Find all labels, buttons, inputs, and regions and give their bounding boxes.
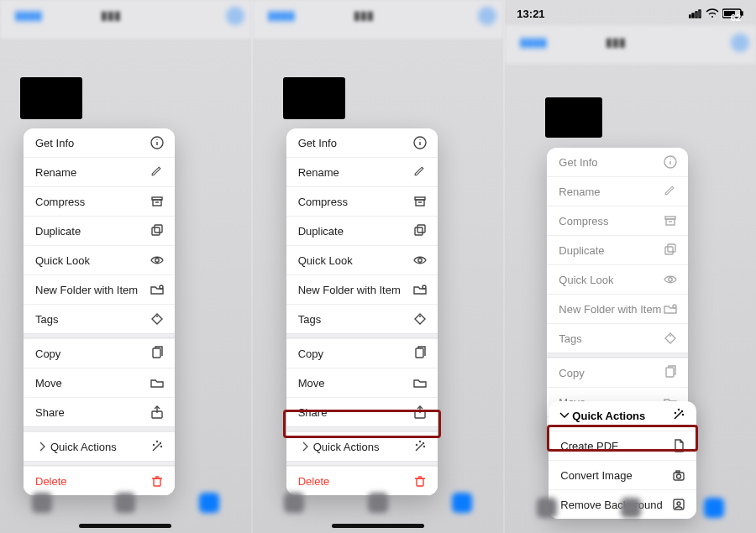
status-time: 13:21 (517, 8, 544, 20)
archive-icon (663, 213, 678, 228)
folder-icon (412, 375, 428, 390)
wand-icon (412, 439, 428, 454)
info-icon (663, 154, 678, 170)
copy-icon (412, 346, 428, 361)
copy-icon (150, 346, 165, 361)
trash-icon (412, 473, 428, 489)
trash-icon (150, 473, 165, 489)
status-battery-pct: 62 (731, 13, 741, 23)
share-icon (150, 405, 165, 420)
menu-move[interactable]: Move (24, 368, 175, 397)
file-thumbnail[interactable] (545, 97, 602, 138)
eye-icon (663, 272, 678, 287)
menu-delete[interactable]: Delete (286, 466, 438, 495)
screenshot-3: 13:21 62 ▮▮▮▮ ▮▮▮ Get Info Rename Compre… (503, 0, 756, 533)
menu-copy[interactable]: Copy (286, 338, 438, 368)
menu-compress[interactable]: Compress (24, 186, 175, 216)
file-thumbnail[interactable] (20, 77, 82, 119)
menu-quick-actions[interactable]: Quick Actions (286, 431, 438, 461)
context-menu: Get Info Rename Compress Duplicate Quick… (286, 128, 438, 495)
copy-icon (663, 365, 678, 380)
wand-icon (671, 407, 686, 425)
duplicate-icon (412, 223, 428, 238)
tag-icon (663, 331, 678, 346)
pencil-icon (150, 165, 165, 180)
menu-get-info[interactable]: Get Info (547, 148, 688, 176)
menu-compress[interactable]: Compress (547, 206, 688, 235)
folder-icon (150, 375, 165, 390)
qa-create-pdf[interactable]: Create PDF (549, 431, 696, 460)
eye-icon (150, 253, 165, 268)
menu-quick-look[interactable]: Quick Look (547, 264, 688, 294)
context-menu: Get Info Rename Compress Duplicate Quick… (24, 128, 175, 495)
svg-rect-29 (699, 10, 701, 18)
share-icon (412, 405, 428, 420)
chevron-right-icon (35, 439, 47, 454)
qa-convert-image[interactable]: Convert Image (549, 460, 696, 489)
menu-rename[interactable]: Rename (24, 157, 175, 186)
chevron-down-icon (557, 407, 569, 425)
menu-tags[interactable]: Tags (547, 323, 688, 353)
eye-icon (412, 253, 428, 268)
quick-actions-header[interactable]: Quick Actions (549, 401, 696, 431)
menu-quick-look[interactable]: Quick Look (24, 245, 175, 274)
menu-rename[interactable]: Rename (547, 176, 688, 206)
duplicate-icon (150, 223, 165, 238)
menu-rename[interactable]: Rename (286, 157, 438, 186)
chevron-right-icon (298, 439, 310, 454)
menu-new-folder-with-item[interactable]: New Folder with Item (547, 294, 688, 323)
menu-copy[interactable]: Copy (547, 358, 688, 387)
menu-get-info[interactable]: Get Info (24, 128, 175, 157)
folder-badge-icon (412, 282, 428, 297)
doc-icon (671, 438, 686, 453)
tag-icon (412, 311, 428, 327)
menu-duplicate[interactable]: Duplicate (286, 216, 438, 245)
pencil-icon (412, 165, 428, 180)
duplicate-icon (663, 243, 678, 258)
menu-move[interactable]: Move (286, 368, 438, 397)
info-icon (412, 135, 428, 150)
screenshot-1: ▮▮▮▮ ▮▮▮ Get Info Rename Compress Duplic… (0, 0, 251, 533)
menu-copy[interactable]: Copy (24, 338, 175, 368)
svg-rect-28 (696, 12, 697, 18)
signal-icon (689, 8, 702, 18)
menu-compress[interactable]: Compress (286, 186, 438, 216)
svg-point-30 (711, 16, 713, 18)
menu-duplicate[interactable]: Duplicate (24, 216, 175, 245)
menu-new-folder-with-item[interactable]: New Folder with Item (24, 274, 175, 304)
wifi-icon (706, 8, 719, 18)
info-icon (150, 135, 165, 150)
pencil-icon (663, 184, 678, 199)
menu-quick-look[interactable]: Quick Look (286, 245, 438, 274)
menu-quick-actions[interactable]: Quick Actions (24, 431, 175, 461)
folder-badge-icon (150, 282, 165, 297)
status-bar: 13:21 62 (505, 5, 756, 22)
screenshot-2: ▮▮▮▮ ▮▮▮ Get Info Rename Compress Duplic… (251, 0, 504, 533)
menu-share[interactable]: Share (286, 397, 438, 426)
svg-rect-26 (689, 15, 690, 18)
archive-icon (412, 194, 428, 209)
archive-icon (150, 194, 165, 209)
svg-rect-27 (692, 13, 694, 18)
menu-tags[interactable]: Tags (24, 304, 175, 333)
menu-share[interactable]: Share (24, 397, 175, 426)
wand-icon (150, 439, 165, 454)
svg-rect-32 (741, 12, 743, 15)
folder-badge-icon (663, 301, 678, 316)
camera-icon (671, 468, 686, 483)
tag-icon (150, 311, 165, 327)
menu-tags[interactable]: Tags (286, 304, 438, 333)
file-thumbnail[interactable] (283, 77, 345, 119)
menu-delete[interactable]: Delete (24, 466, 175, 495)
menu-new-folder-with-item[interactable]: New Folder with Item (286, 274, 438, 304)
menu-get-info[interactable]: Get Info (286, 128, 438, 157)
menu-duplicate[interactable]: Duplicate (547, 235, 688, 264)
